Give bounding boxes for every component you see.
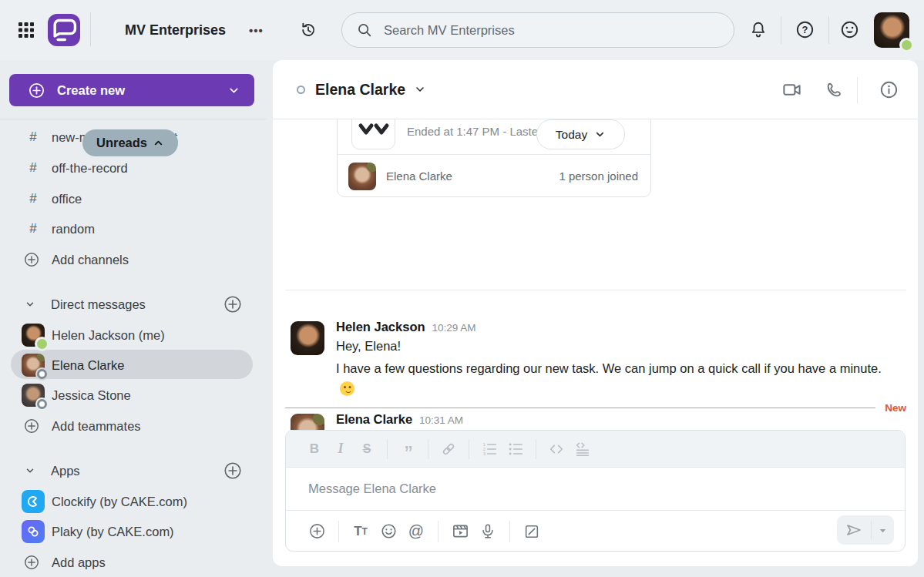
status-emoji-icon[interactable] (839, 19, 860, 40)
chevron-up-icon (153, 137, 164, 149)
message-line: I have a few questions regarding our new… (336, 358, 894, 400)
divider-line (285, 408, 875, 409)
video-message-button[interactable] (446, 518, 474, 545)
hash-icon: # (28, 191, 39, 206)
message-author[interactable]: Elena Clarke (336, 412, 412, 427)
slightly-smiling-face-emoji (340, 381, 354, 396)
dm-helen-jackson[interactable]: Helen Jackson (me) (0, 320, 266, 351)
svg-text:?: ? (802, 24, 808, 35)
chevron-down-icon[interactable] (414, 83, 426, 96)
avatar[interactable] (291, 321, 324, 355)
plus-circle-icon (23, 554, 40, 571)
sidebar-channel-off-the-record[interactable]: # off-the-record (0, 153, 266, 183)
avatar[interactable] (291, 414, 324, 430)
workspace-more-menu[interactable]: ••• (249, 0, 264, 60)
divider-line (285, 290, 906, 290)
create-new-label: Create new (57, 83, 125, 98)
add-apps-button[interactable]: Add apps (0, 547, 266, 577)
app-grid-icon[interactable] (17, 21, 35, 39)
message-author[interactable]: Helen Jackson (336, 320, 425, 334)
hash-icon: # (28, 129, 39, 145)
bullet-list-button[interactable] (502, 438, 529, 461)
text-format-button[interactable]: TT (347, 518, 375, 545)
message-list[interactable]: Ended at 1:47 PM - Lasted 24 seconds Ele… (273, 119, 918, 430)
chevron-down-icon[interactable] (25, 299, 35, 310)
app-clockify[interactable]: Clockify (by CAKE.com) (0, 486, 266, 517)
message[interactable]: Helen Jackson 10:29 AM Hey, Elena! I hav… (291, 320, 899, 400)
attach-plus-icon[interactable] (303, 518, 331, 545)
plus-circle-icon (23, 251, 40, 268)
link-button[interactable] (435, 438, 462, 461)
inline-code-button[interactable] (543, 438, 570, 461)
add-apps-label: Add apps (52, 555, 106, 570)
toolbar-divider (338, 521, 339, 542)
italic-button[interactable]: I (328, 438, 354, 461)
apps-header[interactable]: Apps (0, 458, 266, 484)
emoji-picker-button[interactable] (375, 518, 402, 545)
date-divider-button[interactable]: Today (536, 119, 625, 149)
pumble-logo[interactable] (48, 14, 80, 46)
app-label: Clockify (by CAKE.com) (52, 495, 187, 509)
strikethrough-button[interactable]: S (354, 438, 380, 461)
send-button[interactable] (837, 515, 871, 545)
help-icon[interactable]: ? (795, 19, 815, 40)
unreads-label: Unreads (96, 136, 147, 150)
date-divider (285, 276, 906, 304)
presence-online-dot (902, 40, 912, 50)
code-block-button[interactable] (570, 438, 596, 461)
avatar (22, 384, 45, 407)
add-channels-button[interactable]: Add channels (0, 244, 266, 275)
toolbar-divider (536, 439, 536, 459)
conversation-header: Elena Clarke (273, 60, 918, 119)
audio-message-button[interactable] (474, 518, 502, 545)
video-call-button[interactable] (781, 60, 802, 119)
sidebar-channel-random[interactable]: # random (0, 213, 266, 244)
plus-circle-icon (28, 82, 45, 99)
message[interactable]: Elena Clarke 10:31 AM Again? I don't hav… (291, 412, 899, 430)
plus-circle-icon (23, 418, 40, 434)
add-teammates-button[interactable]: Add teammates (0, 411, 266, 441)
dm-elena-clarke[interactable]: Elena Clarke (0, 350, 266, 381)
blockquote-button[interactable]: ” (395, 433, 421, 465)
toolbar-divider (438, 521, 438, 542)
ordered-list-button[interactable]: 1 2 3 (476, 438, 502, 461)
call-participants-icon (351, 119, 395, 149)
send-options-caret[interactable] (872, 515, 894, 545)
workspace-name[interactable]: MV Enterprises (125, 0, 226, 60)
notifications-bell-icon[interactable] (748, 20, 768, 40)
search-input[interactable] (382, 22, 709, 39)
header-divider (857, 77, 858, 103)
create-new-button[interactable]: Create new (9, 74, 254, 106)
top-bar: MV Enterprises ••• ? (0, 0, 924, 60)
message-time: 10:29 AM (432, 322, 476, 334)
search-icon (356, 22, 373, 39)
presence-offline-dot (37, 369, 47, 379)
participant-name: Elena Clarke (386, 169, 452, 183)
dm-jessica-stone[interactable]: Jessica Stone (0, 380, 266, 411)
direct-messages-header[interactable]: Direct messages (0, 291, 266, 317)
app-plaky[interactable]: Plaky (by CAKE.com) (0, 516, 266, 547)
whiteboard-button[interactable] (518, 518, 546, 545)
message-input[interactable]: Message Elena Clarke (286, 468, 905, 510)
add-channels-label: Add channels (52, 253, 129, 267)
add-app-icon[interactable] (223, 461, 243, 481)
voice-call-button[interactable] (825, 60, 844, 119)
conversation-info-button[interactable] (879, 60, 899, 119)
chevron-down-icon (227, 84, 240, 97)
add-dm-icon[interactable] (223, 294, 243, 314)
search-bar[interactable] (341, 12, 734, 48)
bold-button[interactable]: B (301, 438, 328, 461)
chevron-down-icon[interactable] (25, 465, 35, 476)
conversation-title[interactable]: Elena Clarke (315, 81, 405, 99)
mention-button[interactable]: @ (402, 518, 430, 545)
call-participant-row: Elena Clarke 1 person joined (338, 155, 650, 197)
formatting-toolbar: B I S ” 1 2 3 (286, 431, 905, 468)
conversation-panel: Elena Clarke (273, 60, 918, 566)
user-avatar[interactable] (874, 12, 909, 48)
presence-offline-dot (37, 399, 47, 409)
presence-offline-icon (297, 86, 305, 94)
unreads-button[interactable]: Unreads (82, 129, 178, 156)
history-icon[interactable] (299, 21, 318, 39)
plaky-icon (22, 520, 45, 543)
sidebar-channel-office[interactable]: # office (0, 183, 266, 214)
